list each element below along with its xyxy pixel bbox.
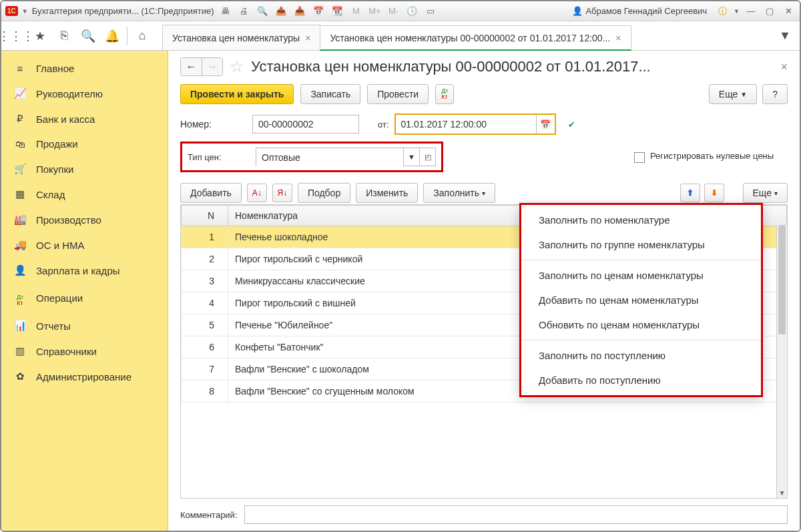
menu-lines-icon: ≡ xyxy=(13,63,27,74)
move-down-button[interactable]: ⬇ xyxy=(704,184,724,202)
factory-icon: 🏭 xyxy=(13,214,27,226)
approved-icon[interactable]: ✔ xyxy=(568,119,575,129)
fill-menu-item[interactable]: Заполнить по номенклатуре xyxy=(521,208,761,232)
sidebar-item-bank[interactable]: ₽Банк и касса xyxy=(1,106,168,131)
sidebar-item-salary[interactable]: 👤Зарплата и кадры xyxy=(1,258,168,283)
tab-prices-list[interactable]: Установка цен номенклатуры × xyxy=(162,25,320,50)
tab-prices-doc[interactable]: Установка цен номенклатуры 00-00000002 о… xyxy=(320,25,631,51)
nav-forward-button[interactable]: → xyxy=(202,57,223,76)
tab-close-icon[interactable]: × xyxy=(305,33,310,43)
fill-menu-item[interactable]: Обновить по ценам номенклатуры xyxy=(521,312,761,337)
scroll-down-icon[interactable]: ▼ xyxy=(777,487,787,498)
sidebar-item-assets[interactable]: 🚚ОС и НМА xyxy=(1,232,168,258)
sidebar-item-admin[interactable]: ✿Администрирование xyxy=(1,364,168,389)
sidebar-label: Справочники xyxy=(36,346,97,357)
sidebar-item-purchases[interactable]: 🛒Покупки xyxy=(1,156,168,182)
fill-menu-item[interactable]: Заполнить по поступлению xyxy=(521,343,761,368)
col-n-header[interactable]: N xyxy=(182,206,228,226)
apps-icon[interactable]: ⋮⋮⋮ xyxy=(7,27,25,45)
change-button[interactable]: Изменить xyxy=(356,183,418,203)
save-button[interactable]: Записать xyxy=(300,84,360,104)
sidebar-item-references[interactable]: ▥Справочники xyxy=(1,338,168,364)
cell-n: 1 xyxy=(182,226,228,248)
action-bar: Провести и закрыть Записать Провести ДтК… xyxy=(180,84,788,104)
info-icon[interactable]: ⓘ xyxy=(715,4,730,19)
date-label: от: xyxy=(378,119,389,129)
clock-icon[interactable]: 🕓 xyxy=(405,4,419,19)
table-more-button[interactable]: Еще ▾ xyxy=(743,183,788,203)
fill-button[interactable]: Заполнить ▾ xyxy=(423,183,495,203)
fill-menu-item[interactable]: Заполнить по группе номенклатуры xyxy=(521,232,761,257)
number-date-row: Номер: 00-00000002 от: 01.01.2017 12:00:… xyxy=(180,113,788,135)
search-icon[interactable]: 🔍 xyxy=(79,27,97,45)
calendar-picker-icon[interactable]: 📅 xyxy=(536,115,555,134)
m-icon[interactable]: M xyxy=(348,4,363,19)
export-icon[interactable]: 📤 xyxy=(274,4,288,19)
price-type-dropdown-icon[interactable]: ▼ xyxy=(403,148,419,166)
bars-icon: 📊 xyxy=(13,320,27,332)
print2-icon[interactable]: 🖨 xyxy=(236,4,251,19)
doc-close-icon[interactable]: × xyxy=(780,60,788,74)
m-plus-icon[interactable]: M+ xyxy=(367,4,382,19)
star-icon[interactable]: ☆ xyxy=(230,57,244,76)
date-input[interactable]: 01.01.2017 12:00:00 xyxy=(396,115,536,134)
cell-n: 3 xyxy=(182,270,228,292)
calendar-icon[interactable]: 📅 xyxy=(311,4,326,19)
help-button[interactable]: ? xyxy=(762,84,788,104)
register-zero-label: Регистрировать нулевые цены xyxy=(650,151,774,161)
calendar31-icon[interactable]: 📆 xyxy=(330,4,344,19)
clipboard-icon[interactable]: ⎘ xyxy=(55,27,73,45)
sidebar-item-operations[interactable]: ДтКтОперации xyxy=(1,283,168,313)
cell-n: 7 xyxy=(182,358,228,380)
favorite-icon[interactable]: ★ xyxy=(31,27,49,45)
sort-asc-button[interactable]: А↓ xyxy=(247,184,267,202)
sidebar-item-manager[interactable]: 📈Руководителю xyxy=(1,81,168,106)
comment-row: Комментарий: xyxy=(180,505,788,524)
tabs-dropdown-icon[interactable]: ▼ xyxy=(776,27,794,45)
nav-back-button[interactable]: ← xyxy=(180,57,202,76)
comment-label: Комментарий: xyxy=(180,510,238,520)
price-type-open-icon[interactable]: ◰ xyxy=(419,148,435,166)
import-icon[interactable]: 📥 xyxy=(292,4,307,19)
fill-menu-item[interactable]: Добавить по поступлению xyxy=(521,368,761,392)
price-type-input[interactable]: Оптовые xyxy=(256,148,403,167)
scroll-thumb[interactable] xyxy=(778,225,786,334)
minimize-icon[interactable]: — xyxy=(744,4,758,19)
move-up-button[interactable]: ⬆ xyxy=(680,184,700,202)
register-zero-checkbox[interactable] xyxy=(634,152,645,163)
print-icon[interactable]: 🖶 xyxy=(218,4,232,19)
post-and-close-button[interactable]: Провести и закрыть xyxy=(180,84,294,104)
close-window-icon[interactable]: ✕ xyxy=(781,4,796,19)
cell-n: 6 xyxy=(182,336,228,358)
fill-menu-item[interactable]: Добавить по ценам номенклатуры xyxy=(521,288,761,312)
sidebar-label: Производство xyxy=(36,214,101,226)
sidebar-item-sales[interactable]: 🛍Продажи xyxy=(1,131,168,156)
tab-close-icon[interactable]: × xyxy=(615,33,621,43)
maximize-icon[interactable]: ▢ xyxy=(762,4,777,19)
sidebar-item-warehouse[interactable]: ▦Склад xyxy=(1,182,168,207)
dtkr-button[interactable]: ДтКт xyxy=(435,84,454,104)
sidebar-label: ОС и НМА xyxy=(36,240,85,251)
post-button[interactable]: Провести xyxy=(367,84,429,104)
bell-icon[interactable]: 🔔 xyxy=(103,27,121,45)
more-button[interactable]: Еще ▼ xyxy=(709,84,757,104)
number-input[interactable]: 00-00000002 xyxy=(252,115,359,134)
pick-button[interactable]: Подбор xyxy=(298,183,350,203)
preview-icon[interactable]: 🔍 xyxy=(255,4,270,19)
user-chip[interactable]: 👤 Абрамов Геннадий Сергеевич xyxy=(568,6,711,16)
window-list-icon[interactable]: ▭ xyxy=(423,4,438,19)
home-icon[interactable]: ⌂ xyxy=(133,27,152,45)
sidebar-label: Отчеты xyxy=(36,320,71,332)
fill-menu-item[interactable]: Заполнить по ценам номенклатуры xyxy=(521,263,761,288)
sidebar-item-production[interactable]: 🏭Производство xyxy=(1,207,168,232)
sidebar-item-main[interactable]: ≡Главное xyxy=(1,56,168,81)
sidebar-item-reports[interactable]: 📊Отчеты xyxy=(1,313,168,338)
sort-desc-button[interactable]: Я↓ xyxy=(272,184,292,202)
comment-input[interactable] xyxy=(244,505,788,524)
register-zero-group[interactable]: Регистрировать нулевые цены xyxy=(634,151,788,163)
scrollbar[interactable]: ▼ xyxy=(776,225,787,498)
info-dropdown-icon[interactable]: ▼ xyxy=(734,8,740,15)
add-button[interactable]: Добавить xyxy=(180,183,242,203)
menu-dropdown-icon[interactable]: ▼ xyxy=(22,8,28,15)
m-minus-icon[interactable]: M- xyxy=(386,4,400,19)
